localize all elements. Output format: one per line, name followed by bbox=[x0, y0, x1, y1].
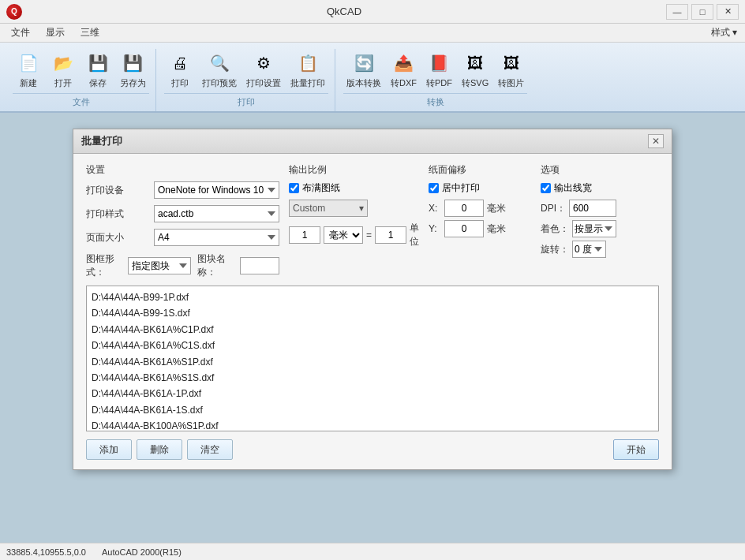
ribbon-btn-preview[interactable]: 🔍 打印预览 bbox=[199, 49, 240, 91]
ribbon-group-file: 📄 新建 📂 打开 💾 保存 💾 另存为 文件 bbox=[6, 49, 156, 111]
main-area: 批量打印 ✕ 设置 打印设备 OneNote for Windows 10 打印… bbox=[0, 113, 745, 543]
list-item[interactable]: D:\44A\44A-BK61A%S1S.dxf bbox=[92, 370, 653, 386]
print-style-select[interactable]: acad.ctb bbox=[154, 205, 279, 222]
dpi-input[interactable] bbox=[569, 200, 616, 217]
ribbon-btn-new[interactable]: 📄 新建 bbox=[13, 49, 44, 91]
menu-3d[interactable]: 三维 bbox=[73, 24, 107, 41]
ribbon-label-printsettings: 打印设置 bbox=[246, 77, 281, 89]
ribbon-btn-batchprint[interactable]: 📋 批量打印 bbox=[287, 49, 328, 91]
save-icon: 💾 bbox=[85, 50, 110, 76]
fit-paper-label: 布满图纸 bbox=[302, 181, 340, 195]
dialog-body: 设置 打印设备 OneNote for Windows 10 打印样式 acad… bbox=[73, 154, 672, 469]
ribbon-label-dxf: 转DXF bbox=[391, 77, 417, 89]
ribbon-label-pdf: 转PDF bbox=[426, 77, 452, 89]
center-print-label: 居中打印 bbox=[442, 181, 480, 195]
print-device-select[interactable]: OneNote for Windows 10 bbox=[154, 181, 279, 199]
ribbon-label-version: 版本转换 bbox=[346, 77, 381, 89]
ribbon-btn-open[interactable]: 📂 打开 bbox=[47, 49, 79, 91]
page-size-label: 页面大小 bbox=[86, 231, 149, 245]
clear-button[interactable]: 清空 bbox=[187, 439, 233, 460]
ribbon-btn-print[interactable]: 🖨 打印 bbox=[164, 49, 196, 91]
start-button[interactable]: 开始 bbox=[613, 439, 659, 460]
svg-icon: 🖼 bbox=[462, 50, 488, 76]
img-icon: 🖼 bbox=[499, 50, 524, 76]
list-item[interactable]: D:\44A\44A-BK100A%S1P.dxf bbox=[92, 418, 653, 431]
print-icon: 🖨 bbox=[167, 50, 193, 76]
file-list-area[interactable]: D:\44A\44A-B99-1P.dxfD:\44A\44A-B99-1S.d… bbox=[86, 286, 659, 431]
ratio-unit-select[interactable]: 毫米 bbox=[324, 226, 363, 244]
batch-print-dialog: 批量打印 ✕ 设置 打印设备 OneNote for Windows 10 打印… bbox=[73, 129, 672, 470]
output-linewidth-checkbox[interactable] bbox=[541, 183, 551, 193]
ribbon-label-saveas: 另存为 bbox=[120, 77, 146, 89]
output-ratio-label: 输出比例 bbox=[289, 163, 419, 177]
y-label: Y: bbox=[429, 223, 441, 234]
style-label[interactable]: 样式 ▾ bbox=[711, 26, 742, 39]
block-name-label: 图块名称： bbox=[197, 252, 233, 279]
ratio-unit-label: 单位 bbox=[410, 222, 419, 248]
ribbon-btn-save[interactable]: 💾 保存 bbox=[82, 49, 114, 91]
dialog-close-button[interactable]: ✕ bbox=[648, 134, 664, 148]
output-linewidth-row: 输出线宽 bbox=[541, 181, 659, 195]
menu-file[interactable]: 文件 bbox=[3, 24, 38, 41]
maximize-button[interactable]: □ bbox=[691, 4, 713, 20]
ribbon-label-print: 打印 bbox=[171, 77, 189, 89]
ribbon-btn-pdf[interactable]: 📕 转PDF bbox=[423, 49, 455, 91]
bottom-buttons: 添加 删除 清空 开始 bbox=[86, 439, 659, 460]
menu-display[interactable]: 显示 bbox=[38, 24, 73, 41]
center-print-row: 居中打印 bbox=[429, 181, 531, 195]
color-row: 着色： 按显示 bbox=[541, 220, 659, 237]
list-item[interactable]: D:\44A\44A-B99-1P.dxf bbox=[92, 289, 653, 305]
ribbon-group-label-print: 打印 bbox=[164, 93, 328, 108]
list-item[interactable]: D:\44A\44A-BK61A%S1P.dxf bbox=[92, 354, 653, 370]
frame-select[interactable]: 指定图块 bbox=[128, 257, 191, 274]
output-linewidth-label: 输出线宽 bbox=[554, 181, 592, 195]
settings-section-label: 设置 bbox=[86, 163, 279, 177]
custom-value: Custom bbox=[293, 203, 325, 214]
list-item[interactable]: D:\44A\44A-B99-1S.dxf bbox=[92, 305, 653, 321]
add-button[interactable]: 添加 bbox=[86, 439, 132, 460]
ribbon-btn-svg[interactable]: 🖼 转SVG bbox=[459, 49, 492, 91]
printsettings-icon: ⚙ bbox=[251, 50, 276, 76]
frame-row: 图框形式： 指定图块 图块名称： bbox=[86, 252, 279, 279]
ribbon-btn-version[interactable]: 🔄 版本转换 bbox=[343, 49, 384, 91]
options-section-label: 选项 bbox=[541, 163, 659, 177]
list-item[interactable]: D:\44A\44A-BK61A-1S.dxf bbox=[92, 402, 653, 418]
ribbon-label-svg: 转SVG bbox=[462, 77, 489, 89]
x-input[interactable] bbox=[444, 200, 484, 217]
delete-button[interactable]: 删除 bbox=[137, 439, 182, 460]
ribbon-group-label-convert: 转换 bbox=[343, 93, 527, 108]
custom-dropdown[interactable]: Custom ▾ bbox=[289, 200, 368, 217]
ribbon-btn-printsettings[interactable]: ⚙ 打印设置 bbox=[243, 49, 284, 91]
ratio-input-1[interactable] bbox=[289, 226, 320, 244]
fit-paper-checkbox[interactable] bbox=[289, 183, 299, 193]
y-input[interactable] bbox=[444, 220, 484, 237]
rotate-label: 旋转： bbox=[541, 243, 569, 256]
page-size-select[interactable]: A4 bbox=[154, 229, 279, 246]
status-coordinates: 33885.4,10955.5,0.0 bbox=[6, 547, 86, 557]
preview-icon: 🔍 bbox=[207, 50, 232, 76]
rotate-select[interactable]: 0 度 bbox=[572, 241, 606, 258]
color-select[interactable]: 按显示 bbox=[572, 220, 616, 237]
ribbon-label-preview: 打印预览 bbox=[202, 77, 237, 89]
ratio-input-2[interactable] bbox=[375, 226, 406, 244]
ribbon-label-new: 新建 bbox=[20, 77, 37, 89]
minimize-button[interactable]: — bbox=[666, 4, 688, 20]
dxf-icon: 📤 bbox=[391, 50, 417, 76]
status-bar: 33885.4,10955.5,0.0 AutoCAD 2000(R15) bbox=[0, 543, 745, 560]
block-name-input[interactable] bbox=[240, 257, 279, 274]
list-item[interactable]: D:\44A\44A-BK61A%C1P.dxf bbox=[92, 322, 653, 338]
ribbon-btn-saveas[interactable]: 💾 另存为 bbox=[117, 49, 149, 91]
x-label: X: bbox=[429, 203, 441, 214]
fit-paper-row: 布满图纸 bbox=[289, 181, 419, 195]
center-print-checkbox[interactable] bbox=[429, 183, 439, 193]
dpi-label: DPI： bbox=[541, 202, 566, 215]
ribbon-btn-dxf[interactable]: 📤 转DXF bbox=[387, 49, 420, 91]
ribbon-btn-img[interactable]: 🖼 转图片 bbox=[495, 49, 527, 91]
ribbon-group-label-file: 文件 bbox=[13, 93, 149, 108]
open-icon: 📂 bbox=[51, 50, 76, 76]
list-item[interactable]: D:\44A\44A-BK61A-1P.dxf bbox=[92, 386, 653, 401]
close-button[interactable]: ✕ bbox=[717, 4, 739, 20]
list-item[interactable]: D:\44A\44A-BK61A%C1S.dxf bbox=[92, 338, 653, 353]
ribbon-group-print: 🖨 打印 🔍 打印预览 ⚙ 打印设置 📋 批量打印 打印 bbox=[158, 49, 335, 111]
new-icon: 📄 bbox=[16, 50, 41, 76]
